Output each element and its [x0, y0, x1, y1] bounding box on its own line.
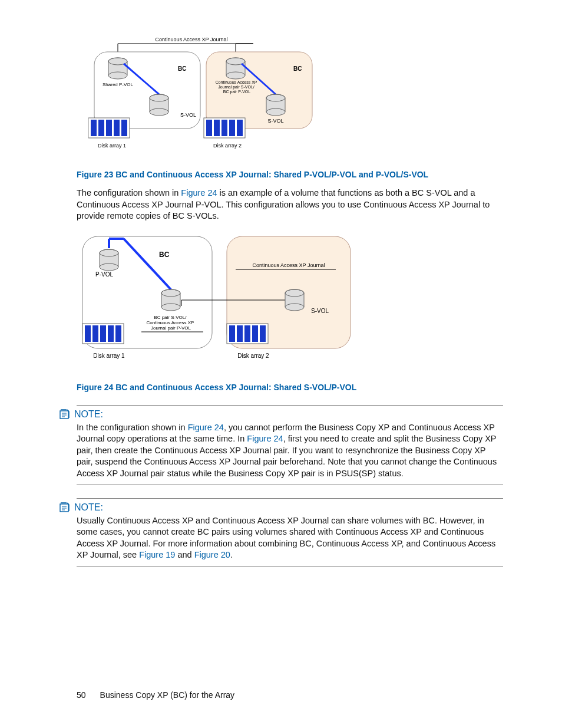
- paragraph-1: The configuration shown in Figure 24 is …: [77, 187, 503, 222]
- figure-24-caption: Figure 24 BC and Continuous Access XP Jo…: [77, 383, 503, 392]
- figure-23-diagram: Continuous Access XP Journal Shared P-VO…: [88, 35, 336, 159]
- fig24-right-top: Continuous Access XP Journal: [253, 262, 325, 268]
- fig23-left-svol: S-VOL: [180, 112, 196, 118]
- fig23-right-array: Disk array 2: [213, 143, 242, 149]
- fig23-right-svol: S-VOL: [267, 118, 283, 124]
- note-icon: [59, 502, 71, 513]
- fig24-left-bc: BC: [159, 251, 170, 259]
- figure-24-diagram: P-VOL BC BC pair S-VOL/ Continuous Acces…: [77, 230, 359, 372]
- page-number: 50: [77, 690, 86, 700]
- fig23-top-label: Continuous Access XP Journal: [156, 37, 228, 42]
- note-1-heading: NOTE:: [74, 409, 103, 420]
- svg-rect-19: [206, 52, 312, 129]
- note-2: NOTE: Usually Continuous Access XP and C…: [77, 498, 503, 566]
- fig23-left-pvol: Shared P-VOL: [103, 82, 134, 87]
- note-1: NOTE: In the configuration shown in Figu…: [77, 405, 503, 485]
- fig24-left-pvol: P-VOL: [95, 271, 113, 278]
- fig24-left-array: Disk array 1: [93, 353, 125, 359]
- note-icon: [59, 409, 71, 420]
- fig23-right-bc: BC: [293, 65, 302, 72]
- footer-title: Business Copy XP (BC) for the Array: [100, 690, 235, 700]
- note1-link-fig24a[interactable]: Figure 24: [188, 423, 224, 432]
- note1-link-fig24b[interactable]: Figure 24: [247, 434, 283, 443]
- note2-link-fig19[interactable]: Figure 19: [139, 550, 175, 559]
- link-figure-24[interactable]: Figure 24: [181, 188, 217, 197]
- fig24-right-array: Disk array 2: [237, 353, 269, 359]
- fig23-left-array: Disk array 1: [98, 143, 126, 149]
- page-footer: 50Business Copy XP (BC) for the Array: [77, 690, 234, 700]
- note2-link-fig20[interactable]: Figure 20: [194, 550, 230, 559]
- figure-23-caption: Figure 23 BC and Continuous Access XP Jo…: [77, 170, 503, 179]
- fig24-right-svol: S-VOL: [311, 308, 329, 314]
- fig23-left-bc: BC: [178, 65, 186, 72]
- note-2-heading: NOTE:: [74, 502, 103, 513]
